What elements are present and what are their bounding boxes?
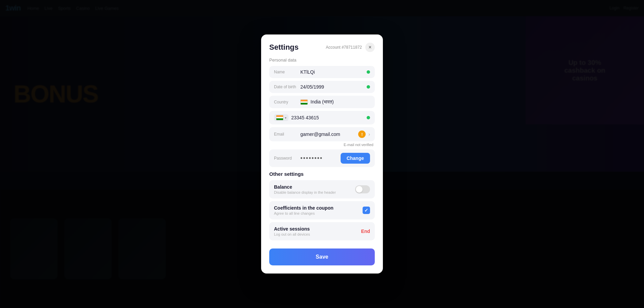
country-value: India (भारत) [310,99,370,105]
dob-field: Date of birth 24/05/1999 [269,81,375,93]
email-field: Email gamer@gmail.com ! › [269,127,375,141]
coefficients-checkbox[interactable]: ✓ [363,207,370,214]
balance-toggle-slider [355,185,370,193]
modal-header-right: Account #78711872 × [326,43,375,52]
password-label: Password [274,156,298,161]
coefficients-setting-info: Coefficients in the coupon Agree to all … [274,205,363,215]
email-chevron-icon: › [368,132,370,137]
save-button[interactable]: Save [269,248,375,265]
dob-value: 24/05/1999 [300,84,364,90]
phone-flag-selector[interactable]: ▾ [274,114,289,121]
phone-field[interactable]: ▾ 23345 43615 [269,111,375,124]
password-dots: •••••••• [300,155,338,162]
settings-modal: Settings Account #78711872 × Personal da… [261,34,383,274]
sessions-setting-desc: Log out on all devices [274,232,361,236]
balance-setting-desc: Disable balance display in the header [274,190,355,194]
sessions-setting-title: Active sessions [274,226,361,232]
dob-status-dot [367,85,370,89]
email-not-verified-text: E-mail not verified [269,143,375,147]
dob-label: Date of birth [274,85,298,89]
sessions-setting-row: Active sessions Log out on all devices E… [269,222,375,240]
change-password-button[interactable]: Change [341,153,370,164]
coefficients-setting-desc: Agree to all line changes [274,211,363,215]
balance-toggle[interactable] [355,185,370,193]
personal-data-label: Personal data [269,57,375,63]
country-flag-icon [300,99,308,105]
country-label: Country [274,100,298,104]
country-field: Country India (भारत) [269,96,375,108]
modal-title: Settings [269,43,299,52]
modal-backdrop: Settings Account #78711872 × Personal da… [0,0,644,308]
sessions-setting-info: Active sessions Log out on all devices [274,226,361,236]
email-label: Email [274,132,298,137]
phone-value: 23345 43615 [291,115,364,120]
other-settings-label: Other settings [269,171,375,177]
balance-setting-title: Balance [274,184,355,190]
checkmark-icon: ✓ [364,208,368,213]
modal-header: Settings Account #78711872 × [269,43,375,52]
close-button[interactable]: × [365,43,375,52]
email-warning-icon: ! [358,131,366,138]
balance-setting-info: Balance Disable balance display in the h… [274,184,355,194]
name-field: Name KTlLQi [269,66,375,78]
phone-flag-icon [276,115,283,120]
email-value: gamer@gmail.com [300,132,355,137]
coefficients-setting-row: Coefficients in the coupon Agree to all … [269,201,375,219]
name-value: KTlLQi [300,69,364,75]
balance-setting-row: Balance Disable balance display in the h… [269,180,375,198]
phone-chevron-icon: ▾ [285,116,286,120]
phone-status-dot [367,116,370,119]
name-status-dot [367,70,370,74]
sessions-end-button[interactable]: End [361,229,370,234]
account-number: Account #78711872 [326,45,362,50]
coefficients-setting-title: Coefficients in the coupon [274,205,363,211]
password-field: Password •••••••• Change [269,149,375,167]
name-label: Name [274,70,298,74]
